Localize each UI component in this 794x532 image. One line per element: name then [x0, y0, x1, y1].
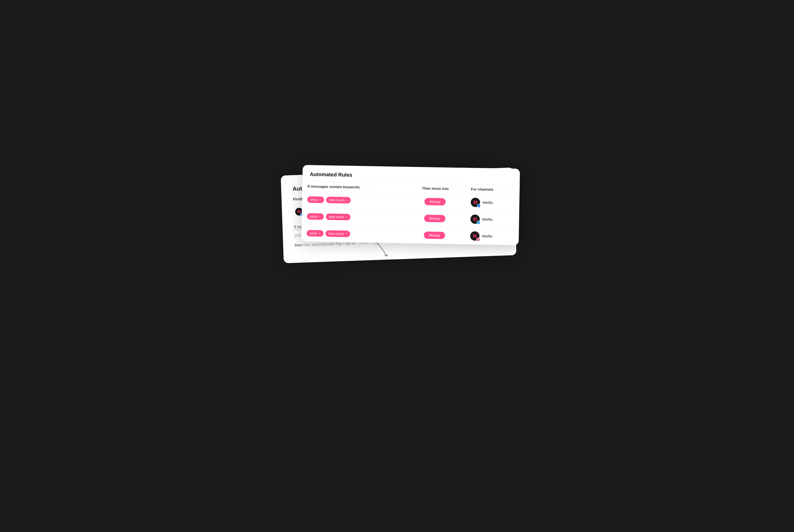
automated-rules-title: Automated Rules: [310, 171, 512, 181]
keywords-cell-3: price × how much ×: [307, 230, 399, 238]
close-icon[interactable]: ×: [319, 215, 321, 218]
col-header-keywords: If messages contain keywords: [302, 181, 405, 193]
keyword-tag-howmuch-3: how much ×: [325, 230, 350, 237]
col-header-move: Then move into: [404, 183, 466, 194]
channel-cell-1: M f Metflix: [470, 197, 514, 208]
channel-name-row1: Metflix: [483, 200, 493, 205]
channel-name-row2: Metflix: [482, 217, 493, 222]
money-tag-3: Money: [424, 231, 445, 239]
move-into-cell-3: Money: [404, 226, 465, 244]
fb-badge: f: [476, 204, 480, 207]
col-header-channels: For channels: [466, 184, 519, 195]
close-icon[interactable]: ×: [319, 198, 321, 201]
move-into-cell-2: Money: [404, 209, 465, 227]
close-icon[interactable]: ×: [319, 231, 320, 234]
ch-avatar-ig: M ◈: [470, 231, 479, 241]
channel-cell-3: M ◈ Metflix: [470, 231, 513, 241]
keyword-tag-price-2: price ×: [307, 213, 324, 220]
channel-cell-2: M t Metflix: [470, 214, 514, 225]
tw-badge: t: [476, 221, 480, 224]
rules-table: If messages contain keywords Then move i…: [301, 181, 519, 245]
keyword-tag-howmuch-2: how much ×: [325, 213, 350, 220]
close-icon[interactable]: ×: [345, 232, 347, 235]
money-tag-2: Money: [424, 214, 446, 222]
move-into-cell-1: Money: [404, 193, 466, 210]
keyword-tag-howmuch-1: how much ×: [326, 196, 351, 203]
close-icon[interactable]: ×: [346, 198, 348, 202]
channel-name-row3: Metflix: [482, 234, 492, 238]
ch-avatar-tw: M t: [470, 214, 480, 224]
ch-avatar-fb: M f: [470, 197, 480, 207]
keyword-tag-price-3: price ×: [307, 230, 323, 236]
keyword-tag-price-1: price ×: [307, 196, 324, 203]
money-tag-1: Money: [424, 197, 446, 205]
keywords-cell-1: price × how much ×: [307, 196, 399, 204]
keywords-cell-2: price × how much ×: [307, 213, 399, 221]
automated-rules-card: Automated Rules If messages contain keyw…: [301, 165, 520, 245]
close-icon[interactable]: ×: [346, 215, 347, 218]
ig-badge: ◈: [476, 238, 480, 241]
